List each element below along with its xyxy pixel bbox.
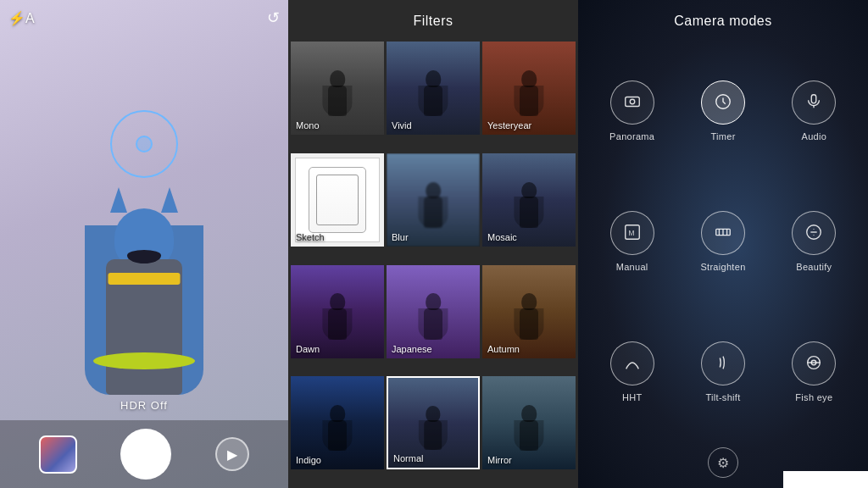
mode-panorama[interactable]: Panorama [587,46,677,176]
mode-hht[interactable]: HHT [587,307,677,437]
svg-rect-3 [812,94,817,103]
settings-icon: ⚙ [717,455,729,471]
filter-yesteryear[interactable]: Yesteryear [482,42,576,135]
video-icon: ▶ [227,446,237,463]
filter-vivid[interactable]: Vivid [387,42,480,135]
filter-normal[interactable]: Normal [387,376,480,469]
straighten-icon [714,223,732,244]
camera-bottom-controls: ▶ [0,420,288,488]
camera-top-controls: ⚡A ↺ [8,8,280,27]
mode-manual-label: Manual [616,262,648,272]
manual-icon: M [623,223,642,244]
filter-yesteryear-label: Yesteryear [487,120,531,130]
mode-beautify-label: Beautify [796,262,832,272]
camera-modes-panel: Camera modes Panorama [578,0,868,488]
mode-hht-label: HHT [622,392,643,402]
mode-audio-label: Audio [802,131,827,141]
modes-title: Camera modes [674,14,771,28]
timer-icon-circle [701,80,745,125]
mode-tiltshift-label: Tilt-shift [705,392,740,402]
modes-grid: Panorama Timer [578,37,868,437]
batman-logo [127,250,161,263]
mode-fisheye-label: Fish eye [795,392,832,402]
svg-rect-0 [625,97,639,106]
focus-circle [110,110,178,178]
mode-manual[interactable]: M Manual [587,176,677,307]
mode-timer-label: Timer [710,131,735,141]
filter-blur-label: Blur [392,232,409,242]
modes-header: Camera modes [578,0,868,37]
camera-flip-icon[interactable]: ↺ [267,8,280,27]
mode-straighten[interactable]: Straighten [677,176,768,307]
filter-mono[interactable]: Mono [291,42,384,135]
bottom-white-bar [783,471,868,488]
mode-audio[interactable]: Audio [769,46,860,176]
batman-belt [108,273,181,285]
fisheye-icon-circle [792,341,836,385]
filter-blur[interactable]: Blur [387,153,480,247]
filter-autumn-label: Autumn [487,344,520,354]
filter-dawn-label: Dawn [296,344,320,354]
fisheye-icon [804,353,823,374]
mode-beautify[interactable]: Beautify [769,176,860,307]
svg-point-1 [630,99,635,104]
filter-dawn[interactable]: Dawn [291,265,384,358]
gallery-thumbnail[interactable] [39,435,77,474]
tiltshift-icon [714,353,732,374]
filters-title: Filters [413,14,453,28]
batman-ear-left [110,187,127,213]
filters-panel: Filters Mono Vivid Yesteryear [288,0,578,488]
filter-mono-label: Mono [296,120,320,130]
audio-icon [804,92,823,114]
manual-icon-circle: M [610,211,654,255]
filter-mirror[interactable]: Mirror [482,376,576,469]
beautify-icon [804,223,823,244]
filter-sketch-label: Sketch [296,232,325,242]
filter-vivid-label: Vivid [392,120,412,130]
panorama-icon-circle [610,80,654,125]
hdr-label[interactable]: HDR Off [120,399,168,412]
flash-icon[interactable]: ⚡A [8,10,35,26]
batman-base [93,352,195,369]
filter-mosaic-label: Mosaic [487,232,517,242]
filter-mosaic[interactable]: Mosaic [482,153,576,247]
filter-sketch[interactable]: Sketch [291,153,384,247]
batman-ear-right [161,187,178,213]
filter-indigo-label: Indigo [296,455,321,465]
filter-indigo[interactable]: Indigo [291,376,384,469]
filters-grid: Mono Vivid Yesteryear Sketch [288,39,578,488]
camera-panel: HDR Off ⚡A ↺ ▶ [0,0,288,488]
filter-normal-label: Normal [393,453,423,463]
filter-japanese-label: Japanese [392,344,432,354]
timer-icon [714,92,732,114]
hht-icon-circle [610,341,654,385]
video-button[interactable]: ▶ [215,437,249,471]
filters-header: Filters [288,0,578,39]
mode-straighten-label: Straighten [700,262,745,272]
beautify-icon-circle [792,211,836,255]
settings-button[interactable]: ⚙ [708,447,738,478]
mode-timer[interactable]: Timer [677,46,768,176]
focus-dot [136,136,153,152]
tiltshift-icon-circle [701,341,745,385]
mode-panorama-label: Panorama [609,131,654,141]
mode-fisheye[interactable]: Fish eye [769,307,860,437]
filter-japanese[interactable]: Japanese [387,265,480,358]
batman-body [106,259,182,395]
mode-tiltshift[interactable]: Tilt-shift [677,307,768,437]
hht-icon [623,353,642,374]
shutter-button[interactable] [120,429,171,480]
filter-autumn[interactable]: Autumn [482,265,576,358]
panorama-icon [623,92,642,114]
audio-icon-circle [792,80,836,125]
svg-text:M: M [628,229,634,236]
filter-mirror-label: Mirror [487,455,512,465]
straighten-icon-circle [701,211,745,255]
